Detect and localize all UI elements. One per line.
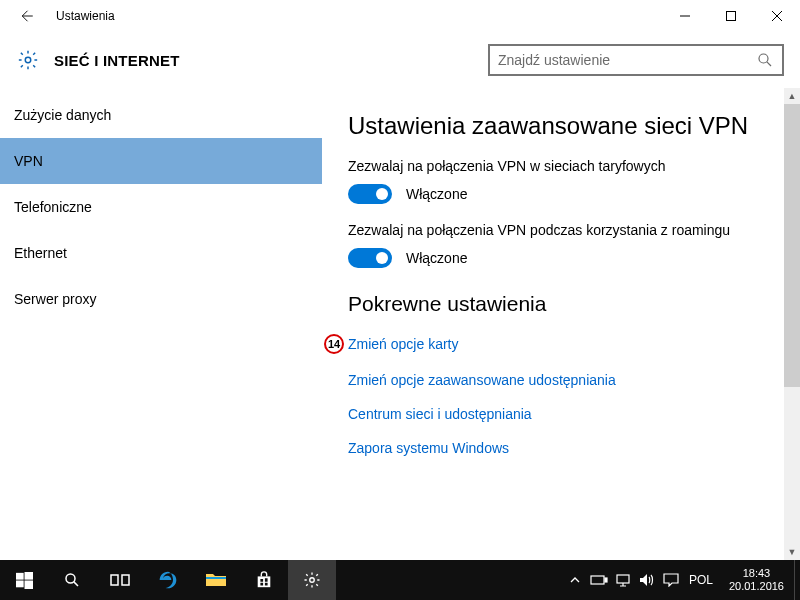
svg-rect-6 (24, 580, 33, 589)
link-network-center[interactable]: Centrum sieci i udostępniania (348, 406, 770, 422)
sidebar-item-proxy[interactable]: Serwer proxy (0, 276, 322, 322)
sidebar-item-label: Telefoniczne (14, 199, 92, 215)
sidebar-item-label: Zużycie danych (14, 107, 111, 123)
svg-point-1 (25, 57, 31, 63)
svg-rect-9 (122, 575, 129, 585)
setting-label: Zezwalaj na połączenia VPN w sieciach ta… (348, 158, 770, 174)
page-heading: Ustawienia zaawansowane sieci VPN (348, 112, 770, 140)
close-icon (772, 11, 782, 21)
task-view-icon (110, 572, 130, 588)
gear-icon (303, 571, 321, 589)
store-icon (255, 571, 273, 589)
link-windows-firewall[interactable]: Zapora systemu Windows (348, 440, 770, 456)
windows-logo-icon (16, 572, 33, 589)
setting-vpn-metered: Zezwalaj na połączenia VPN w sieciach ta… (348, 158, 770, 204)
clock[interactable]: 18:43 20.01.2016 (719, 567, 794, 593)
body: Zużycie danych VPN Telefoniczne Ethernet… (0, 88, 800, 560)
search-input[interactable] (498, 52, 756, 68)
settings-taskbar-button[interactable] (288, 560, 336, 600)
search-button[interactable] (48, 560, 96, 600)
content-area: Ustawienia zaawansowane sieci VPN Zezwal… (322, 88, 800, 560)
sidebar-item-label: VPN (14, 153, 43, 169)
vertical-scrollbar[interactable]: ▲ ▼ (784, 88, 800, 560)
search-box[interactable] (488, 44, 784, 76)
sidebar-item-label: Ethernet (14, 245, 67, 261)
sidebar-item-data-usage[interactable]: Zużycie danych (0, 92, 322, 138)
clock-date: 20.01.2016 (729, 580, 784, 593)
svg-point-7 (66, 574, 75, 583)
toggle-state-label: Włączone (406, 250, 467, 266)
maximize-button[interactable] (708, 0, 754, 32)
svg-rect-5 (16, 580, 24, 587)
svg-rect-0 (727, 12, 736, 21)
svg-rect-12 (605, 578, 607, 582)
sidebar: Zużycie danych VPN Telefoniczne Ethernet… (0, 88, 322, 560)
toggle-state-label: Włączone (406, 186, 467, 202)
related-links: 14 Zmień opcje karty Zmień opcje zaawans… (348, 334, 770, 456)
tray-battery-icon[interactable] (587, 560, 611, 600)
related-heading: Pokrewne ustawienia (348, 292, 770, 316)
minimize-icon (680, 11, 690, 21)
system-tray: POL 18:43 20.01.2016 (563, 560, 800, 600)
taskbar: POL 18:43 20.01.2016 (0, 560, 800, 600)
link-advanced-sharing[interactable]: Zmień opcje zaawansowane udostępniania (348, 372, 770, 388)
edge-button[interactable] (144, 560, 192, 600)
scroll-down-arrow-icon[interactable]: ▼ (784, 544, 800, 560)
tray-action-center-icon[interactable] (659, 560, 683, 600)
show-desktop-button[interactable] (794, 560, 800, 600)
step-badge-icon: 14 (324, 334, 344, 354)
sidebar-item-vpn[interactable]: VPN (0, 138, 322, 184)
tray-volume-icon[interactable] (635, 560, 659, 600)
sidebar-item-ethernet[interactable]: Ethernet (0, 230, 322, 276)
link-row-adapter-options: 14 Zmień opcje karty (324, 334, 770, 354)
section-title: SIEĆ I INTERNET (54, 52, 180, 69)
tray-chevron-up-icon[interactable] (563, 560, 587, 600)
settings-gear-icon (16, 48, 40, 72)
file-explorer-button[interactable] (192, 560, 240, 600)
svg-rect-3 (16, 572, 24, 579)
task-view-button[interactable] (96, 560, 144, 600)
svg-rect-13 (617, 575, 629, 583)
svg-rect-8 (111, 575, 118, 585)
edge-icon (158, 570, 178, 590)
scroll-thumb[interactable] (784, 104, 800, 387)
maximize-icon (726, 11, 736, 21)
clock-time: 18:43 (729, 567, 784, 580)
toggle-vpn-roaming[interactable] (348, 248, 392, 268)
back-button[interactable] (12, 2, 40, 30)
toggle-vpn-metered[interactable] (348, 184, 392, 204)
svg-point-10 (310, 578, 315, 583)
store-button[interactable] (240, 560, 288, 600)
toggle-knob (376, 252, 388, 264)
folder-icon (206, 572, 226, 588)
window-title: Ustawienia (56, 9, 115, 23)
setting-label: Zezwalaj na połączenia VPN podczas korzy… (348, 222, 770, 238)
tray-network-icon[interactable] (611, 560, 635, 600)
close-button[interactable] (754, 0, 800, 32)
window-controls (662, 0, 800, 32)
search-icon (63, 571, 81, 589)
minimize-button[interactable] (662, 0, 708, 32)
titlebar: Ustawienia (0, 0, 800, 32)
scroll-up-arrow-icon[interactable]: ▲ (784, 88, 800, 104)
language-indicator[interactable]: POL (683, 573, 719, 587)
setting-vpn-roaming: Zezwalaj na połączenia VPN podczas korzy… (348, 222, 770, 268)
toggle-knob (376, 188, 388, 200)
sidebar-item-label: Serwer proxy (14, 291, 96, 307)
sidebar-item-dialup[interactable]: Telefoniczne (0, 184, 322, 230)
svg-point-2 (759, 54, 768, 63)
start-button[interactable] (0, 560, 48, 600)
header: SIEĆ I INTERNET (0, 32, 800, 88)
svg-rect-11 (591, 576, 604, 584)
link-change-adapter-options[interactable]: Zmień opcje karty (348, 336, 458, 352)
svg-rect-4 (24, 572, 33, 580)
arrow-left-icon (17, 7, 35, 25)
search-icon (756, 51, 774, 69)
